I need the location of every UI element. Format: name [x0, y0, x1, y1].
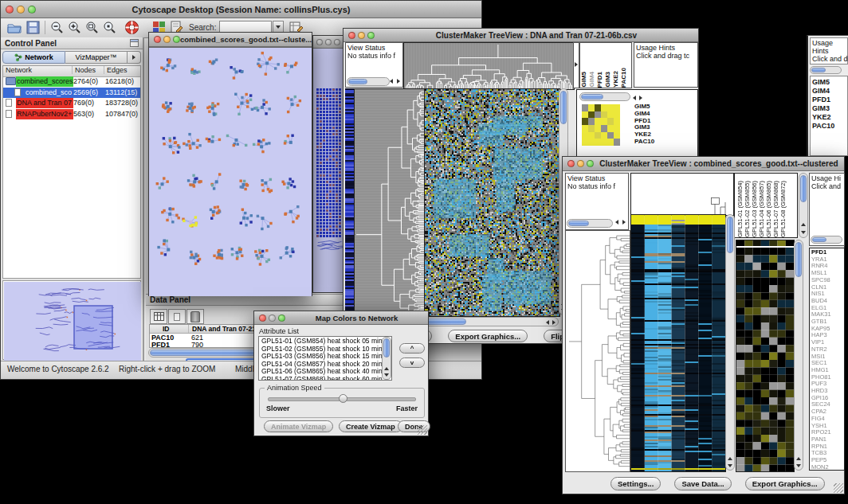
minimize-button[interactable]: [269, 315, 276, 322]
gene-name-strip-canvas[interactable]: [345, 88, 354, 315]
scroll-right-icon[interactable]: [639, 96, 642, 100]
attribute-list-scrollbar[interactable]: [382, 337, 391, 380]
column-label[interactable]: GPL51-01 (GSM854): [736, 181, 744, 237]
combined-heatmap-canvas[interactable]: [630, 214, 726, 472]
gene-label[interactable]: MON2: [811, 464, 844, 471]
usage-hints-scrollbar[interactable]: [811, 236, 842, 244]
slider-thumb[interactable]: [339, 394, 347, 403]
birdseye-canvas[interactable]: [4, 282, 141, 361]
scroll-up-icon[interactable]: [801, 223, 806, 226]
zoom-button[interactable]: [367, 32, 375, 39]
scroll-right-icon[interactable]: [397, 79, 400, 84]
scroll-up-icon[interactable]: [728, 457, 732, 460]
grid-window-titlebar[interactable]: [313, 36, 345, 49]
close-button[interactable]: [567, 160, 575, 167]
tab-overflow-button[interactable]: [128, 51, 141, 64]
treeview-combined-titlebar[interactable]: ClusterMaker TreeView : combined_scores_…: [563, 157, 844, 171]
minimize-button[interactable]: [17, 6, 25, 14]
scroll-left-icon[interactable]: [615, 220, 618, 225]
dialog-titlebar[interactable]: Map Colors to Network: [254, 311, 428, 325]
network-table-row[interactable]: DNA and Tran 07 769(0) 183728(0): [3, 98, 140, 108]
scroll-right-icon[interactable]: [552, 320, 556, 325]
close-button[interactable]: [259, 315, 266, 322]
treeview-button[interactable]: Save Data...: [674, 477, 731, 490]
zoom-in-icon[interactable]: [68, 21, 81, 34]
col-nodes[interactable]: Nodes: [72, 66, 96, 74]
col-network[interactable]: Network: [6, 66, 32, 74]
gene-label[interactable]: GIM3: [812, 104, 846, 113]
delete-attribute-icon[interactable]: [186, 309, 204, 324]
search-dropdown-button[interactable]: [273, 21, 284, 33]
scroll-up-icon[interactable]: [796, 457, 801, 460]
column-label[interactable]: GPL51-07 (GSM868): [772, 181, 779, 237]
scroll-left-icon[interactable]: [633, 96, 636, 100]
gene-label[interactable]: YKE2: [812, 113, 846, 122]
zoom-out-icon[interactable]: [50, 21, 64, 34]
column-label[interactable]: GIM3: [604, 72, 612, 88]
zoom-button[interactable]: [587, 160, 594, 167]
scroll-down-icon[interactable]: [728, 464, 732, 467]
gene-label[interactable]: GIM4: [812, 87, 846, 96]
column-dendrogram-canvas[interactable]: [403, 42, 575, 90]
minimize-button[interactable]: [325, 39, 332, 45]
column-label[interactable]: YKE2: [612, 71, 620, 88]
zoom-button[interactable]: [278, 315, 285, 322]
network-table-row[interactable]: RNAPuberNov2+ 563(0) 107847(0): [3, 109, 140, 119]
close-button[interactable]: [6, 6, 14, 14]
treeview-button[interactable]: Export Graphics...: [448, 330, 528, 342]
float-panel-icon[interactable]: [130, 39, 139, 47]
save-session-icon[interactable]: [26, 21, 40, 34]
dna-heatmap-canvas[interactable]: [424, 88, 560, 317]
row-dendrogram-canvas[interactable]: [565, 230, 630, 472]
similarity-matrix[interactable]: [582, 104, 620, 146]
column-label[interactable]: GPL51-04 (GSM857): [758, 181, 765, 237]
scroll-up-icon[interactable]: [384, 367, 389, 370]
column-label[interactable]: GPL51-02 (GSM855): [744, 181, 751, 237]
treeview-button[interactable]: Export Graphics...: [745, 477, 825, 490]
close-button[interactable]: [316, 39, 323, 45]
column-label[interactable]: GPL51-08 (GSM872): [779, 181, 787, 237]
zoom-button[interactable]: [28, 6, 36, 14]
network-table-row[interactable]: combined_sco 2569(6) 13112(15): [3, 88, 140, 98]
column-label[interactable]: GIM5: [580, 72, 588, 88]
scroll-right-icon[interactable]: [575, 62, 578, 67]
close-button[interactable]: [348, 32, 355, 39]
move-down-button[interactable]: v: [399, 357, 425, 368]
tab-network[interactable]: Network: [2, 51, 65, 64]
selection-heatmap-canvas[interactable]: [736, 240, 795, 472]
row-label[interactable]: PAC10: [634, 139, 654, 146]
table-mode-icon[interactable]: [150, 309, 167, 324]
view-status-scrollbar[interactable]: [347, 77, 390, 86]
column-label[interactable]: PAC10: [620, 68, 628, 88]
column-label[interactable]: GPL51-03 (GSM856): [751, 181, 758, 237]
minimize-button[interactable]: [358, 32, 365, 39]
scroll-down-icon[interactable]: [801, 231, 806, 234]
animate-vizmap-button[interactable]: Animate Vizmap: [264, 420, 333, 432]
zoom-selected-icon[interactable]: [103, 21, 116, 34]
search-input[interactable]: [219, 21, 272, 33]
gene-label[interactable]: GIM5: [812, 78, 846, 87]
selection-heatmap-vscrollbar[interactable]: [794, 240, 803, 471]
scroll-left-icon[interactable]: [546, 320, 549, 325]
move-up-button[interactable]: ^: [399, 343, 425, 354]
column-labels-scrollbar[interactable]: [799, 173, 808, 238]
col-edges[interactable]: Edges: [104, 66, 128, 74]
zoom-button[interactable]: [173, 36, 180, 43]
minimize-button[interactable]: [163, 36, 171, 43]
grid-network-canvas[interactable]: [313, 49, 345, 292]
matrix-hscrollbar[interactable]: [579, 92, 630, 101]
zoom-fit-icon[interactable]: [85, 21, 99, 34]
network-view-canvas[interactable]: [149, 47, 312, 296]
new-attribute-icon[interactable]: [168, 309, 186, 324]
treeview-dna-titlebar[interactable]: ClusterMaker TreeView : DNA and Tran 07-…: [344, 29, 698, 42]
scroll-left-icon[interactable]: [390, 79, 393, 84]
open-session-icon[interactable]: [7, 21, 22, 34]
id-column-header[interactable]: ID: [163, 325, 170, 333]
column-dendrogram-canvas[interactable]: [630, 173, 734, 216]
tab-vizmapper[interactable]: VizMapper™: [65, 51, 128, 64]
combined-heatmap-vscrollbar[interactable]: [725, 214, 735, 471]
create-vizmap-button[interactable]: Create Vizmap: [339, 420, 402, 432]
zoom-button[interactable]: [334, 39, 340, 45]
gene-label[interactable]: PAC10: [812, 122, 846, 131]
attribute-list[interactable]: GPL51-01 (GSM854) heat shock 05 minGPL51…: [258, 336, 392, 381]
